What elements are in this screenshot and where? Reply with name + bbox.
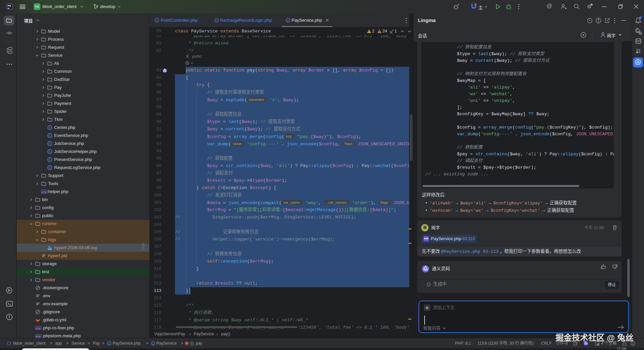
svg-text:C: C xyxy=(287,19,289,22)
svg-text:C: C xyxy=(216,19,218,22)
svg-text:php: php xyxy=(42,190,47,193)
svg-text:C: C xyxy=(49,142,51,145)
svg-text:C: C xyxy=(49,166,51,169)
svg-text:C: C xyxy=(49,158,51,161)
svg-text:LOG: LOG xyxy=(48,248,52,250)
svg-text:C: C xyxy=(108,342,110,345)
svg-text:C: C xyxy=(152,342,154,345)
svg-text:C: C xyxy=(49,126,51,129)
svg-text:C: C xyxy=(156,19,158,22)
svg-text:php: php xyxy=(36,335,41,338)
svg-text:C: C xyxy=(49,134,51,137)
svg-text:php: php xyxy=(36,327,41,330)
svg-text:C: C xyxy=(49,150,51,153)
